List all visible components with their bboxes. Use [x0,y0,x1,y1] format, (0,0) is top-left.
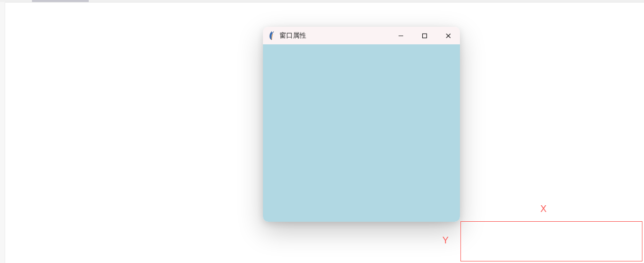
diagram-rectangle [460,221,642,261]
close-button[interactable] [436,27,460,44]
window-controls [389,27,460,44]
diagram-x-label: X [540,204,547,215]
maximize-icon [422,33,427,39]
maximize-button[interactable] [412,27,436,44]
left-margin [0,2,5,263]
tk-feather-icon [268,31,275,40]
minimize-button[interactable] [389,27,412,44]
close-icon [445,33,451,39]
svg-rect-1 [422,34,426,38]
diagram-y-label: Y [442,235,449,246]
tkinter-window: 窗口属性 [263,27,460,222]
window-client-area [263,44,460,222]
window-titlebar[interactable]: 窗口属性 [263,27,460,44]
window-title: 窗口属性 [279,31,389,40]
minimize-icon [398,33,404,39]
